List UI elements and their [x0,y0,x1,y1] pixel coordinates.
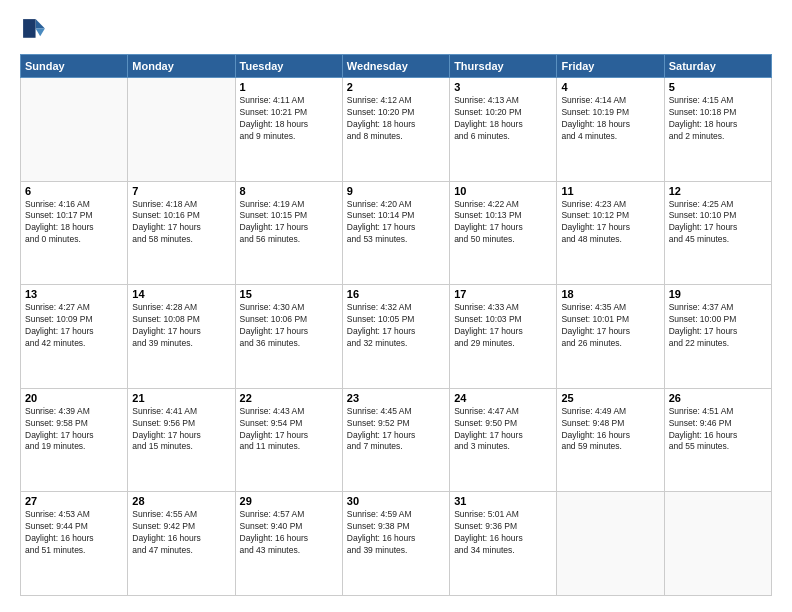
day-number: 15 [240,288,338,300]
weekday-header-row: SundayMondayTuesdayWednesdayThursdayFrid… [21,55,772,78]
day-info: Sunrise: 4:15 AM Sunset: 10:18 PM Daylig… [669,95,767,143]
day-number: 26 [669,392,767,404]
day-info: Sunrise: 4:47 AM Sunset: 9:50 PM Dayligh… [454,406,552,454]
calendar-cell: 31Sunrise: 5:01 AM Sunset: 9:36 PM Dayli… [450,492,557,596]
day-number: 31 [454,495,552,507]
svg-marker-1 [36,28,45,36]
calendar-cell: 25Sunrise: 4:49 AM Sunset: 9:48 PM Dayli… [557,388,664,492]
calendar-cell: 15Sunrise: 4:30 AM Sunset: 10:06 PM Dayl… [235,285,342,389]
calendar-cell: 16Sunrise: 4:32 AM Sunset: 10:05 PM Dayl… [342,285,449,389]
day-number: 27 [25,495,123,507]
day-info: Sunrise: 4:51 AM Sunset: 9:46 PM Dayligh… [669,406,767,454]
calendar-cell [557,492,664,596]
day-info: Sunrise: 4:28 AM Sunset: 10:08 PM Daylig… [132,302,230,350]
day-number: 8 [240,185,338,197]
week-row-4: 27Sunrise: 4:53 AM Sunset: 9:44 PM Dayli… [21,492,772,596]
day-number: 30 [347,495,445,507]
day-number: 16 [347,288,445,300]
day-info: Sunrise: 4:12 AM Sunset: 10:20 PM Daylig… [347,95,445,143]
day-info: Sunrise: 4:19 AM Sunset: 10:15 PM Daylig… [240,199,338,247]
calendar-cell: 3Sunrise: 4:13 AM Sunset: 10:20 PM Dayli… [450,78,557,182]
day-info: Sunrise: 4:37 AM Sunset: 10:00 PM Daylig… [669,302,767,350]
weekday-header-sunday: Sunday [21,55,128,78]
calendar-cell: 21Sunrise: 4:41 AM Sunset: 9:56 PM Dayli… [128,388,235,492]
day-number: 1 [240,81,338,93]
calendar-cell: 23Sunrise: 4:45 AM Sunset: 9:52 PM Dayli… [342,388,449,492]
day-info: Sunrise: 5:01 AM Sunset: 9:36 PM Dayligh… [454,509,552,557]
day-number: 13 [25,288,123,300]
calendar-cell: 30Sunrise: 4:59 AM Sunset: 9:38 PM Dayli… [342,492,449,596]
day-number: 18 [561,288,659,300]
day-info: Sunrise: 4:30 AM Sunset: 10:06 PM Daylig… [240,302,338,350]
week-row-2: 13Sunrise: 4:27 AM Sunset: 10:09 PM Dayl… [21,285,772,389]
calendar-cell: 13Sunrise: 4:27 AM Sunset: 10:09 PM Dayl… [21,285,128,389]
day-info: Sunrise: 4:22 AM Sunset: 10:13 PM Daylig… [454,199,552,247]
calendar-cell: 7Sunrise: 4:18 AM Sunset: 10:16 PM Dayli… [128,181,235,285]
day-info: Sunrise: 4:41 AM Sunset: 9:56 PM Dayligh… [132,406,230,454]
calendar-cell: 17Sunrise: 4:33 AM Sunset: 10:03 PM Dayl… [450,285,557,389]
day-number: 21 [132,392,230,404]
svg-marker-0 [36,19,45,28]
weekday-header-tuesday: Tuesday [235,55,342,78]
calendar-cell [664,492,771,596]
day-number: 17 [454,288,552,300]
calendar-cell: 28Sunrise: 4:55 AM Sunset: 9:42 PM Dayli… [128,492,235,596]
day-info: Sunrise: 4:59 AM Sunset: 9:38 PM Dayligh… [347,509,445,557]
calendar-cell: 1Sunrise: 4:11 AM Sunset: 10:21 PM Dayli… [235,78,342,182]
calendar-cell [128,78,235,182]
calendar-cell: 20Sunrise: 4:39 AM Sunset: 9:58 PM Dayli… [21,388,128,492]
calendar-cell: 19Sunrise: 4:37 AM Sunset: 10:00 PM Dayl… [664,285,771,389]
day-number: 23 [347,392,445,404]
calendar-cell [21,78,128,182]
day-info: Sunrise: 4:45 AM Sunset: 9:52 PM Dayligh… [347,406,445,454]
weekday-header-thursday: Thursday [450,55,557,78]
day-info: Sunrise: 4:16 AM Sunset: 10:17 PM Daylig… [25,199,123,247]
day-number: 29 [240,495,338,507]
day-number: 5 [669,81,767,93]
day-info: Sunrise: 4:35 AM Sunset: 10:01 PM Daylig… [561,302,659,350]
calendar-cell: 18Sunrise: 4:35 AM Sunset: 10:01 PM Dayl… [557,285,664,389]
weekday-header-saturday: Saturday [664,55,771,78]
calendar-cell: 5Sunrise: 4:15 AM Sunset: 10:18 PM Dayli… [664,78,771,182]
day-number: 7 [132,185,230,197]
day-number: 3 [454,81,552,93]
calendar-cell: 10Sunrise: 4:22 AM Sunset: 10:13 PM Dayl… [450,181,557,285]
calendar-table: SundayMondayTuesdayWednesdayThursdayFrid… [20,54,772,596]
day-info: Sunrise: 4:27 AM Sunset: 10:09 PM Daylig… [25,302,123,350]
calendar-cell: 9Sunrise: 4:20 AM Sunset: 10:14 PM Dayli… [342,181,449,285]
calendar-cell: 12Sunrise: 4:25 AM Sunset: 10:10 PM Dayl… [664,181,771,285]
calendar-cell: 27Sunrise: 4:53 AM Sunset: 9:44 PM Dayli… [21,492,128,596]
day-info: Sunrise: 4:57 AM Sunset: 9:40 PM Dayligh… [240,509,338,557]
day-number: 22 [240,392,338,404]
day-number: 12 [669,185,767,197]
day-info: Sunrise: 4:20 AM Sunset: 10:14 PM Daylig… [347,199,445,247]
weekday-header-monday: Monday [128,55,235,78]
day-info: Sunrise: 4:23 AM Sunset: 10:12 PM Daylig… [561,199,659,247]
day-info: Sunrise: 4:39 AM Sunset: 9:58 PM Dayligh… [25,406,123,454]
day-info: Sunrise: 4:53 AM Sunset: 9:44 PM Dayligh… [25,509,123,557]
page: SundayMondayTuesdayWednesdayThursdayFrid… [0,0,792,612]
day-number: 14 [132,288,230,300]
weekday-header-wednesday: Wednesday [342,55,449,78]
day-info: Sunrise: 4:55 AM Sunset: 9:42 PM Dayligh… [132,509,230,557]
day-number: 10 [454,185,552,197]
day-number: 9 [347,185,445,197]
calendar-cell: 22Sunrise: 4:43 AM Sunset: 9:54 PM Dayli… [235,388,342,492]
calendar-cell: 24Sunrise: 4:47 AM Sunset: 9:50 PM Dayli… [450,388,557,492]
day-number: 2 [347,81,445,93]
calendar-cell: 29Sunrise: 4:57 AM Sunset: 9:40 PM Dayli… [235,492,342,596]
day-number: 25 [561,392,659,404]
calendar-cell: 2Sunrise: 4:12 AM Sunset: 10:20 PM Dayli… [342,78,449,182]
calendar-cell: 4Sunrise: 4:14 AM Sunset: 10:19 PM Dayli… [557,78,664,182]
calendar-cell: 6Sunrise: 4:16 AM Sunset: 10:17 PM Dayli… [21,181,128,285]
logo-icon [20,16,48,44]
header [20,16,772,44]
calendar-cell: 14Sunrise: 4:28 AM Sunset: 10:08 PM Dayl… [128,285,235,389]
calendar-cell: 8Sunrise: 4:19 AM Sunset: 10:15 PM Dayli… [235,181,342,285]
week-row-0: 1Sunrise: 4:11 AM Sunset: 10:21 PM Dayli… [21,78,772,182]
day-info: Sunrise: 4:43 AM Sunset: 9:54 PM Dayligh… [240,406,338,454]
week-row-1: 6Sunrise: 4:16 AM Sunset: 10:17 PM Dayli… [21,181,772,285]
day-number: 20 [25,392,123,404]
week-row-3: 20Sunrise: 4:39 AM Sunset: 9:58 PM Dayli… [21,388,772,492]
day-info: Sunrise: 4:32 AM Sunset: 10:05 PM Daylig… [347,302,445,350]
